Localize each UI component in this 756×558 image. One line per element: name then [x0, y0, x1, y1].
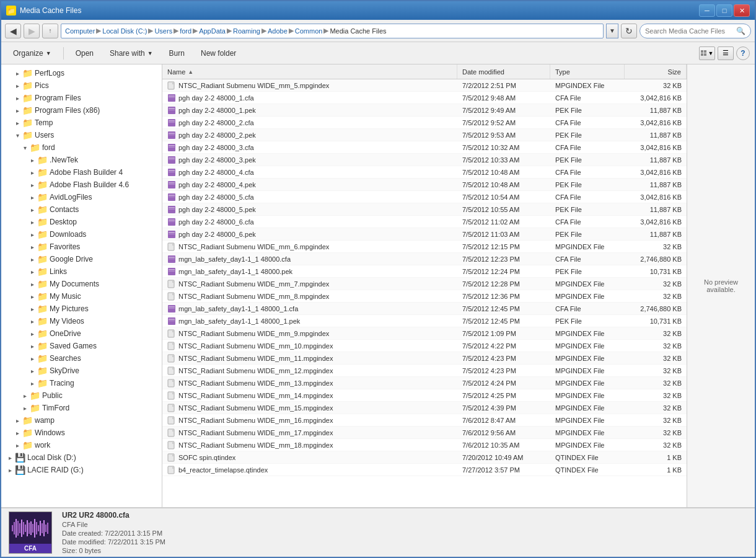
expander-programFilesx86[interactable]: ▸ — [14, 107, 21, 114]
sidebar-item-desktop[interactable]: ▸📁Desktop — [1, 216, 162, 228]
organize-button[interactable]: Organize ▼ — [6, 45, 58, 61]
table-row[interactable]: pgh day 2-2 48000_3.pek7/5/2012 10:33 AM… — [162, 154, 687, 166]
path-roaming[interactable]: Roaming — [233, 27, 260, 35]
expander-temp[interactable]: ▸ — [14, 119, 21, 126]
sidebar-item-adobeFlash46[interactable]: ▸📁Adobe Flash Builder 4.6 — [1, 179, 162, 191]
sidebar-item-contacts[interactable]: ▸📁Contacts — [1, 203, 162, 216]
sidebar-item-skyDrive[interactable]: ▸📁SkyDrive — [1, 365, 162, 377]
table-row[interactable]: NTSC_Radiant Submenu WIDE_mm_9.mpgindex7… — [162, 327, 687, 340]
search-input[interactable] — [645, 27, 734, 35]
expander-searches[interactable]: ▸ — [29, 355, 36, 362]
table-row[interactable]: NTSC_Radiant Submenu WIDE_mm_10.mpgindex… — [162, 340, 687, 352]
expander-myDocuments[interactable]: ▸ — [29, 280, 36, 288]
expander-programFiles[interactable]: ▸ — [14, 94, 21, 102]
sidebar-item-searches[interactable]: ▸📁Searches — [1, 352, 162, 365]
forward-button[interactable]: ▶ — [24, 24, 40, 38]
expander-public[interactable]: ▸ — [21, 392, 29, 399]
burn-button[interactable]: Burn — [162, 45, 191, 61]
sidebar-item-myVideos[interactable]: ▸📁My Videos — [1, 315, 162, 327]
sidebar-item-programFilesx86[interactable]: ▸📁Program Files (x86) — [1, 104, 162, 117]
expander-timFord[interactable]: ▸ — [21, 404, 29, 412]
refresh-button[interactable]: ↻ — [621, 24, 637, 38]
col-header-name[interactable]: Name ▲ — [162, 64, 457, 79]
expander-desktop[interactable]: ▸ — [29, 218, 36, 226]
sidebar-item-perfLogs[interactable]: ▸📁PerfLogs — [1, 67, 162, 79]
table-row[interactable]: pgh day 2-2 48000_2.pek7/5/2012 9:53 AMP… — [162, 129, 687, 141]
sidebar-item-favorites[interactable]: ▸📁Favorites — [1, 241, 162, 253]
table-row[interactable]: mgn_lab_safety_day1-1_1 48000.cfa7/5/201… — [162, 253, 687, 265]
up-button[interactable]: ↑ — [42, 24, 58, 38]
sidebar-item-oneDrive[interactable]: ▸📁OneDrive — [1, 327, 162, 340]
expander-tracing[interactable]: ▸ — [29, 379, 36, 387]
col-header-size[interactable]: Size — [625, 64, 687, 79]
path-users[interactable]: Users — [154, 27, 172, 35]
sidebar-item-work[interactable]: ▸📁work — [1, 439, 162, 451]
path-localDiskC[interactable]: Local Disk (C:) — [102, 27, 147, 35]
sidebar-item-tracing[interactable]: ▸📁Tracing — [1, 377, 162, 389]
path-computer[interactable]: Computer — [65, 27, 95, 35]
table-row[interactable]: NTSC_Radiant Submenu WIDE_mm_11.mpgindex… — [162, 352, 687, 365]
col-header-date[interactable]: Date modified — [457, 64, 550, 79]
path-appdata[interactable]: AppData — [199, 27, 226, 35]
expander-localDiskD[interactable]: ▸ — [6, 454, 14, 461]
expander-myPictures[interactable]: ▸ — [29, 305, 36, 312]
table-row[interactable]: NTSC_Radiant Submenu WIDE_mm_6.mpgindex7… — [162, 241, 687, 253]
expander-newTek[interactable]: ▸ — [29, 156, 36, 164]
table-row[interactable]: NTSC_Radiant Submenu WIDE_mm_17.mpgindex… — [162, 427, 687, 439]
table-row[interactable]: NTSC_Radiant Submenu WIDE_mm_15.mpgindex… — [162, 402, 687, 414]
table-row[interactable]: NTSC_Radiant Submenu WIDE_mm_7.mpgindex7… — [162, 278, 687, 290]
address-path[interactable]: Computer ▶ Local Disk (C:) ▶ Users ▶ for… — [61, 24, 604, 38]
sidebar-item-users[interactable]: ▾📁Users — [1, 129, 162, 141]
expander-wamp[interactable]: ▸ — [14, 417, 21, 424]
table-row[interactable]: SOFC spin.qtindex7/20/2012 10:49 AMQTIND… — [162, 451, 687, 464]
table-row[interactable]: pgh day 2-2 48000_4.pek7/5/2012 10:48 AM… — [162, 179, 687, 191]
expander-windows[interactable]: ▸ — [14, 429, 21, 436]
expander-pics[interactable]: ▸ — [14, 82, 21, 89]
sidebar-item-pics[interactable]: ▸📁Pics — [1, 79, 162, 92]
search-box[interactable]: 🔍 — [640, 24, 751, 38]
table-row[interactable]: pgh day 2-2 48000_1.pek7/5/2012 9:49 AMP… — [162, 104, 687, 117]
table-row[interactable]: pgh day 2-2 48000_3.cfa7/5/2012 10:32 AM… — [162, 141, 687, 154]
table-row[interactable]: mgn_lab_safety_day1-1_1 48000.pek7/5/201… — [162, 265, 687, 278]
expander-oneDrive[interactable]: ▸ — [29, 330, 36, 337]
table-row[interactable]: NTSC_Radiant Submenu WIDE_mm_12.mpgindex… — [162, 365, 687, 377]
sidebar-item-programFiles[interactable]: ▸📁Program Files — [1, 92, 162, 104]
expander-downloads[interactable]: ▸ — [29, 231, 36, 238]
expander-contacts[interactable]: ▸ — [29, 206, 36, 213]
expander-avidLogFiles[interactable]: ▸ — [29, 193, 36, 201]
expander-perfLogs[interactable]: ▸ — [14, 69, 21, 77]
path-common[interactable]: Common — [295, 27, 323, 35]
sidebar-item-public[interactable]: ▸📁Public — [1, 389, 162, 402]
path-ford[interactable]: ford — [180, 27, 191, 35]
expander-work[interactable]: ▸ — [14, 441, 21, 449]
table-row[interactable]: NTSC_Radiant Submenu WIDE_mm_14.mpgindex… — [162, 389, 687, 402]
sidebar-item-myDocuments[interactable]: ▸📁My Documents — [1, 278, 162, 290]
table-row[interactable]: NTSC_Radiant Submenu WIDE_mm_5.mpgindex7… — [162, 79, 687, 92]
sidebar-item-links[interactable]: ▸📁Links — [1, 265, 162, 278]
table-row[interactable]: NTSC_Radiant Submenu WIDE_mm_18.mpgindex… — [162, 439, 687, 451]
table-row[interactable]: pgh day 2-2 48000_2.cfa7/5/2012 9:52 AMC… — [162, 117, 687, 129]
sidebar-item-savedGames[interactable]: ▸📁Saved Games — [1, 340, 162, 352]
table-row[interactable]: b4_reactor_timelapse.qtindex7/27/2012 3:… — [162, 464, 687, 476]
sidebar-item-googleDrive[interactable]: ▸📁Google Drive — [1, 253, 162, 265]
sidebar-item-myMusic[interactable]: ▸📁My Music — [1, 290, 162, 303]
sidebar-item-wamp[interactable]: ▸📁wamp — [1, 414, 162, 427]
maximize-button[interactable]: □ — [716, 4, 732, 17]
sidebar-item-myPictures[interactable]: ▸📁My Pictures — [1, 303, 162, 315]
sidebar-item-timFord[interactable]: ▸📁TimFord — [1, 402, 162, 414]
sidebar-item-avidLogFiles[interactable]: ▸📁AvidLogFiles — [1, 191, 162, 203]
path-adobe[interactable]: Adobe — [268, 27, 288, 35]
expander-ford[interactable]: ▾ — [21, 144, 29, 151]
sidebar-item-adobeFlash4[interactable]: ▸📁Adobe Flash Builder 4 — [1, 166, 162, 179]
back-button[interactable]: ◀ — [5, 24, 21, 38]
table-row[interactable]: pgh day 2-2 48000_6.cfa7/5/2012 11:02 AM… — [162, 216, 687, 228]
table-row[interactable]: mgn_lab_safety_day1-1_1 48000_1.cfa7/5/2… — [162, 303, 687, 315]
sidebar-item-localDiskD[interactable]: ▸💾Local Disk (D:) — [1, 451, 162, 464]
table-row[interactable]: pgh day 2-2 48000_1.cfa7/5/2012 9:48 AMC… — [162, 92, 687, 104]
sidebar-item-newTek[interactable]: ▸📁.NewTek — [1, 154, 162, 166]
expander-users[interactable]: ▾ — [14, 131, 21, 139]
help-button[interactable]: ? — [736, 46, 750, 60]
preview-toggle-button[interactable]: ☰ — [718, 46, 734, 60]
sidebar-item-downloads[interactable]: ▸📁Downloads — [1, 228, 162, 241]
expander-googleDrive[interactable]: ▸ — [29, 255, 36, 263]
